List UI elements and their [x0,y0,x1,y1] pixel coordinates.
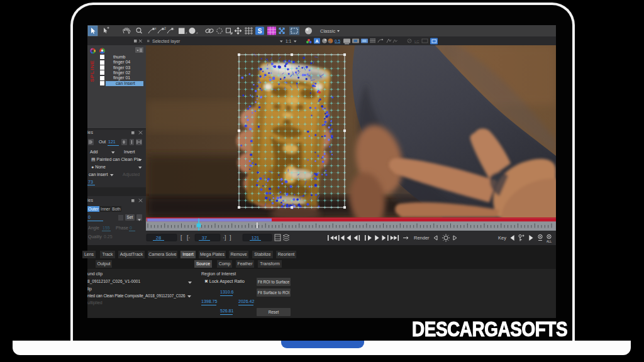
svg-text:[: [ [180,234,182,241]
svg-text:]: ] [230,234,231,241]
svg-text:28: 28 [156,235,161,241]
svg-text:.: . [174,26,174,30]
svg-text:S: S [258,28,262,35]
svg-text:ALL: ALL [547,240,552,243]
svg-text:Render: Render [414,235,430,241]
svg-text:·]: ·] [223,234,226,241]
svg-text:A: A [315,38,319,44]
svg-text:121: 121 [252,235,260,241]
svg-text:Selected layer: Selected layer [152,39,180,44]
svg-text:Classic: Classic [320,28,335,34]
svg-text:LC: LC [414,40,419,43]
svg-text:[·: [· [187,234,191,241]
svg-text:37: 37 [202,235,207,241]
svg-text:1:1: 1:1 [286,39,291,43]
svg-text:0.5: 0.5 [335,39,340,43]
svg-text:x: x [155,26,157,30]
svg-text:2: 2 [164,26,166,30]
svg-text:Key: Key [498,235,506,241]
